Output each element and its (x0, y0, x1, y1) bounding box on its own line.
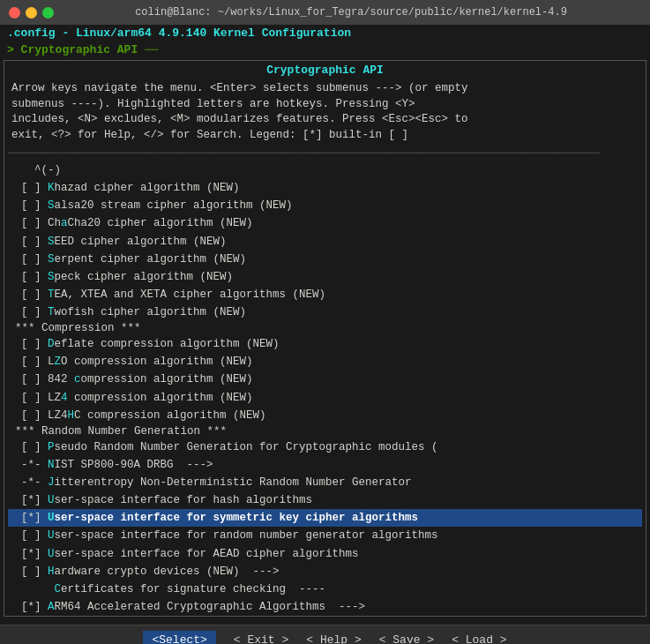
list-item[interactable]: [ ] LZO compression algorithm (NEW) (8, 353, 642, 371)
list-item[interactable]: [ ] Twofish cipher algorithm (NEW) (8, 303, 642, 321)
list-item[interactable]: -*- Jitterentropy Non-Deterministic Rand… (8, 474, 642, 491)
list-item[interactable]: [ ] Pseudo Random Number Generation for … (8, 438, 642, 456)
help-text-1: Arrow keys navigate the menu. <Enter> se… (4, 79, 646, 145)
section-compression: *** Compression *** (8, 321, 642, 335)
list-item: Certificates for signature checking ---- (8, 580, 642, 598)
load-button[interactable]: < Load > (452, 633, 506, 644)
button-bar: <Select> < Exit > < Help > < Save > < Lo… (0, 625, 650, 644)
list-item[interactable]: [ ] User-space interface for random numb… (8, 527, 642, 544)
menu-title: Cryptographic API (4, 61, 646, 79)
list-item[interactable]: [ ] Hardware crypto devices (NEW) ---> (8, 563, 642, 580)
list-item[interactable]: [ ] Speck cipher algorithm (NEW) (8, 268, 642, 286)
list-item[interactable]: [ ] 842 compression algorithm (NEW) (8, 371, 642, 388)
window-title: colin@Blanc: ~/works/Linux_for_Tegra/sou… (61, 6, 641, 19)
list-item[interactable]: [ ] LZ4HC compression algorithm (NEW) (8, 407, 642, 424)
list-item[interactable]: [ ] Salsa20 stream cipher algorithm (NEW… (8, 197, 642, 214)
minimize-button[interactable] (26, 7, 37, 19)
help-button[interactable]: < Help > (306, 633, 361, 644)
save-button[interactable]: < Save > (379, 633, 434, 644)
list-item[interactable]: [ ] Serpent cipher algorithm (NEW) (8, 251, 642, 268)
section-rng: *** Random Number Generation *** (8, 424, 642, 438)
terminal: .config - Linux/arm64 4.9.140 Kernel Con… (0, 25, 650, 625)
list-item[interactable]: [ ] TEA, XTEA and XETA cipher algorithms… (8, 286, 642, 303)
config-line: .config - Linux/arm64 4.9.140 Kernel Con… (0, 25, 650, 41)
list-item[interactable]: -*- NIST SP800-90A DRBG ---> (8, 456, 642, 474)
menu-content: ^(-) [ ] Khazad cipher algorithm (NEW) [… (4, 161, 646, 616)
maximize-button[interactable] (42, 7, 54, 19)
list-item[interactable]: ^(-) (8, 161, 642, 179)
exit-button[interactable]: < Exit > (234, 633, 288, 644)
list-item[interactable]: [ ] Khazad cipher algorithm (NEW) (8, 179, 642, 197)
list-item[interactable]: [*] ARM64 Accelerated Cryptographic Algo… (8, 598, 642, 616)
list-item[interactable]: [ ] LZ4 compression algorithm (NEW) (8, 389, 642, 407)
menu-box: Cryptographic API Arrow keys navigate th… (4, 60, 646, 617)
list-item[interactable]: [ ] SEED cipher algorithm (NEW) (8, 233, 642, 251)
list-item[interactable]: [*] User-space interface for hash algori… (8, 491, 642, 509)
list-item[interactable]: [ ] Deflate compression algorithm (NEW) (8, 335, 642, 353)
list-item[interactable]: [*] User-space interface for AEAD cipher… (8, 545, 642, 563)
crypto-line: > Cryptographic API ── (0, 41, 650, 58)
window-controls (9, 7, 54, 19)
list-item[interactable]: [ ] ChaCha20 cipher algorithm (NEW) (8, 214, 642, 232)
list-item-selected[interactable]: [*] User-space interface for symmetric k… (8, 509, 642, 527)
close-button[interactable] (9, 7, 20, 19)
titlebar: colin@Blanc: ~/works/Linux_for_Tegra/sou… (0, 0, 650, 25)
separator: ────────────────────────────────────────… (4, 146, 646, 160)
select-button[interactable]: <Select> (143, 631, 215, 644)
